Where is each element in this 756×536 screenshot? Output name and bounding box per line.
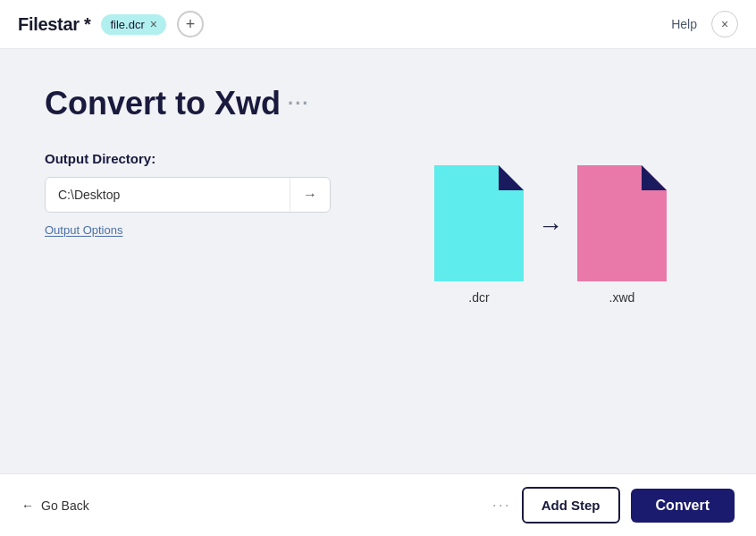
go-back-arrow-icon: ← (21, 498, 34, 513)
file-tag-close-icon[interactable]: × (150, 18, 157, 30)
help-link[interactable]: Help (671, 17, 697, 31)
svg-marker-3 (642, 165, 667, 190)
target-file-icon (577, 165, 667, 281)
file-tag: file.dcr × (101, 14, 165, 35)
output-dir-input-row: → (45, 177, 331, 213)
header-right: Help × (671, 11, 738, 38)
header-left: Filestar * file.dcr × + (18, 11, 204, 38)
output-dir-input[interactable] (46, 179, 290, 211)
add-step-button[interactable]: Add Step (522, 487, 620, 523)
app-title: Filestar * (18, 14, 90, 35)
page-title-text: Convert to Xwd (45, 85, 281, 122)
convert-button[interactable]: Convert (631, 489, 735, 523)
conversion-illustration: .dcr → .xwd (434, 165, 667, 312)
svg-marker-1 (499, 165, 524, 190)
output-dir-label: Output Directory: (45, 151, 331, 166)
add-file-button[interactable]: + (177, 11, 204, 38)
page-title-dots: ··· (288, 92, 309, 115)
page-title: Convert to Xwd ··· (45, 85, 711, 122)
file-tag-name: file.dcr (110, 18, 144, 31)
conversion-arrow-icon: → (538, 212, 563, 240)
form-section: Output Directory: → Output Options (45, 151, 331, 237)
output-dir-arrow-icon[interactable]: → (290, 178, 330, 212)
source-file-label: .dcr (468, 290, 489, 305)
output-options-link[interactable]: Output Options (45, 223, 331, 237)
source-file-icon (434, 165, 524, 281)
header: Filestar * file.dcr × + Help × (0, 0, 756, 49)
target-file-label: .xwd (609, 290, 635, 305)
main-content: Convert to Xwd ··· Output Directory: → O… (0, 49, 756, 473)
footer-right: ··· Add Step Convert (492, 487, 735, 523)
more-options-dots[interactable]: ··· (492, 496, 511, 515)
go-back-button[interactable]: ← Go Back (21, 498, 89, 513)
close-button[interactable]: × (711, 11, 738, 38)
source-file-wrapper: .dcr (434, 165, 524, 285)
go-back-label: Go Back (41, 498, 89, 513)
footer: ← Go Back ··· Add Step Convert (0, 473, 756, 536)
target-file-wrapper: .xwd (577, 165, 667, 285)
